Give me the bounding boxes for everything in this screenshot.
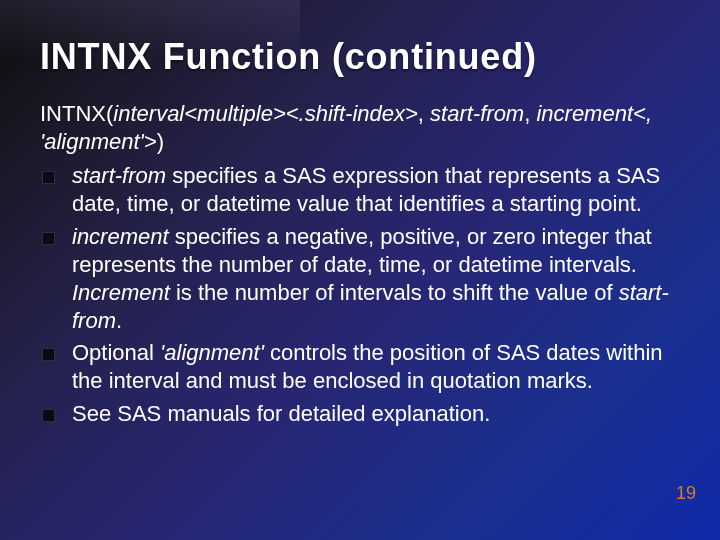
syntax-close: ): [157, 129, 164, 154]
syntax-shift-index: <.shift-index>: [286, 101, 418, 126]
syntax-start-from: start-from: [430, 101, 524, 126]
syntax-sep1: ,: [418, 101, 430, 126]
syntax-interval: interval: [113, 101, 184, 126]
syntax-sep2: ,: [524, 101, 536, 126]
bullet-item: See SAS manuals for detailed explanation…: [40, 400, 684, 428]
syntax-align-open: <,: [633, 101, 652, 126]
bullet-item: start-from specifies a SAS expression th…: [40, 162, 684, 218]
bullet-text: .: [116, 308, 122, 333]
bullet-list: start-from specifies a SAS expression th…: [40, 162, 684, 427]
syntax-alignment: 'alignment': [40, 129, 144, 154]
slide: INTNX Function (continued) INTNX(interva…: [0, 0, 720, 540]
bullet-text: Optional: [72, 340, 160, 365]
syntax-align-close: >: [144, 129, 157, 154]
slide-content: INTNX(interval<multiple><.shift-index>, …: [40, 100, 684, 432]
syntax-fn: INTNX(: [40, 101, 113, 126]
bullet-item: Optional 'alignment' controls the positi…: [40, 339, 684, 395]
syntax-line: INTNX(interval<multiple><.shift-index>, …: [40, 100, 684, 156]
bullet-text: is the number of intervals to shift the …: [170, 280, 619, 305]
bullet-term: increment: [72, 224, 169, 249]
bullet-item: increment specifies a negative, positive…: [40, 223, 684, 336]
syntax-multiple: <multiple>: [184, 101, 286, 126]
bullet-term: start-from: [72, 163, 166, 188]
bullet-term: Increment: [72, 280, 170, 305]
slide-title: INTNX Function (continued): [40, 36, 680, 78]
bullet-text: See SAS manuals for detailed explanation…: [72, 401, 490, 426]
syntax-increment: increment: [536, 101, 633, 126]
page-number: 19: [676, 483, 696, 504]
bullet-term: 'alignment': [160, 340, 264, 365]
